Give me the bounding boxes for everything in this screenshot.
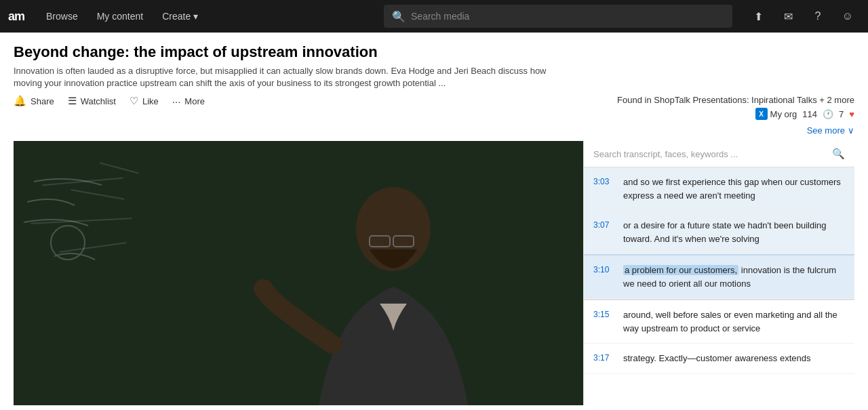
see-more-row: See more ∨	[14, 125, 854, 136]
watchlist-button[interactable]: ☰ Watchlist	[68, 95, 116, 107]
transcript-item[interactable]: 3:17 strategy. Exactly—customer awarenes…	[584, 344, 854, 374]
transcript-item[interactable]: 3:15 around, well before sales or even m…	[584, 299, 854, 344]
transcript-search-bar: 🔍	[584, 141, 854, 167]
search-bar[interactable]: 🔍	[384, 5, 732, 28]
watchlist-icon: ☰	[68, 95, 77, 107]
transcript-time: 3:15	[593, 308, 615, 335]
chevron-down-icon: ∨	[848, 125, 854, 136]
nav-my-content[interactable]: My content	[89, 0, 151, 33]
help-icon[interactable]: ?	[806, 4, 830, 28]
search-input[interactable]	[411, 11, 724, 22]
more-button[interactable]: ··· More	[172, 96, 205, 107]
transcript-time: 3:07	[593, 219, 615, 245]
transcript-time: 3:10	[593, 264, 615, 290]
chevron-down-icon: ▾	[193, 11, 198, 22]
meta-row: 🔔 Share ☰ Watchlist ♡ Like ··· More Foun…	[14, 95, 854, 120]
myorg-label: My org	[770, 109, 797, 119]
transcript-item[interactable]: 3:03 and so we first experience this gap…	[584, 167, 854, 211]
found-in-label: Found in ShopTalk Presentations: Inpirat…	[617, 95, 854, 105]
action-bar: 🔔 Share ☰ Watchlist ♡ Like ··· More	[14, 95, 205, 107]
transcript-text: a problem for our customers, innovation …	[623, 264, 845, 290]
main-layout: 🔍 3:03 and so we first experience this g…	[14, 141, 854, 405]
chalkboard-bg	[14, 141, 583, 405]
transcript-time: 3:17	[593, 352, 615, 365]
transcript-text: and so we first experience this gap when…	[623, 176, 845, 202]
transcript-panel: 🔍 3:03 and so we first experience this g…	[583, 141, 854, 405]
myorg-icon: X	[755, 108, 768, 120]
app-logo: am	[8, 9, 24, 24]
transcript-search-icon[interactable]: 🔍	[832, 148, 845, 160]
video-thumbnail	[14, 141, 583, 405]
share-icon: 🔔	[14, 95, 26, 107]
transcript-time: 3:03	[593, 176, 615, 202]
like-count: 7	[839, 109, 844, 119]
heart-icon: ♡	[130, 95, 138, 107]
transcript-text: strategy. Exactly—customer awareness ext…	[623, 352, 811, 365]
search-icon: 🔍	[392, 10, 406, 23]
transcript-item[interactable]: 3:07 or a desire for a future state we h…	[584, 211, 854, 254]
mail-icon[interactable]: ✉	[776, 4, 800, 28]
top-navigation: am Browse My content Create ▾ 🔍 ⬆ ✉ ? ☺	[0, 0, 868, 33]
nav-browse[interactable]: Browse	[38, 0, 86, 33]
nav-links: Browse My content Create ▾	[38, 0, 370, 33]
ellipsis-icon: ···	[172, 96, 181, 107]
transcript-text: around, well before sales or even market…	[623, 308, 845, 335]
transcript-search-input[interactable]	[593, 149, 827, 159]
nav-icon-group: ⬆ ✉ ? ☺	[746, 4, 860, 28]
like-button[interactable]: ♡ Like	[130, 95, 159, 107]
upload-icon[interactable]: ⬆	[746, 4, 770, 28]
transcript-item[interactable]: 3:10 a problem for our customers, innova…	[584, 254, 854, 299]
see-more-button[interactable]: See more ∨	[807, 125, 854, 136]
meta-right: Found in ShopTalk Presentations: Inpirat…	[617, 95, 854, 120]
page-content: Beyond change: the impact of upstream in…	[0, 33, 868, 410]
profile-icon[interactable]: ☺	[835, 4, 860, 28]
nav-create[interactable]: Create ▾	[154, 0, 206, 33]
transcript-text: or a desire for a future state we hadn't…	[623, 219, 845, 245]
video-player[interactable]	[14, 141, 583, 405]
meta-tags: X My org 114 🕐 7 ♥	[617, 108, 854, 120]
heart-filled-icon: ♥	[849, 109, 854, 119]
page-title: Beyond change: the impact of upstream in…	[14, 43, 854, 61]
view-count: 114	[802, 109, 817, 119]
clock-icon: 🕐	[823, 109, 833, 119]
transcript-list: 3:03 and so we first experience this gap…	[584, 167, 854, 405]
myorg-tag[interactable]: X My org	[755, 108, 797, 120]
transcript-highlight: a problem for our customers,	[623, 265, 738, 275]
share-button[interactable]: 🔔 Share	[14, 95, 54, 107]
page-description: Innovation is often lauded as a disrupti…	[14, 65, 570, 89]
